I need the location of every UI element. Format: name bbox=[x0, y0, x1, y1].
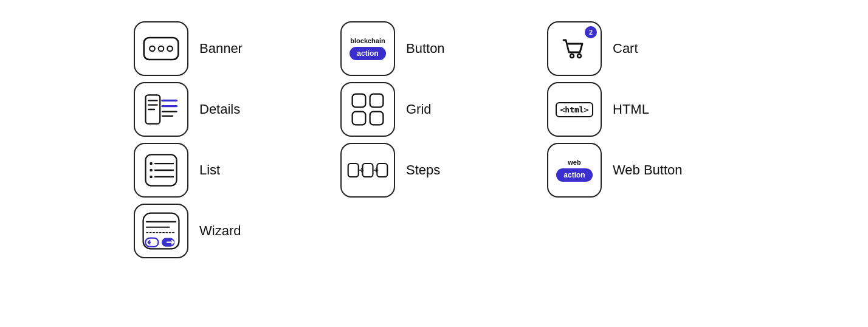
html-item[interactable]: <html> HTML bbox=[537, 79, 744, 140]
grid-item[interactable]: Grid bbox=[331, 79, 537, 140]
blockchain-text: blockchain bbox=[350, 37, 385, 44]
cart-label: Cart bbox=[613, 41, 638, 57]
svg-point-23 bbox=[150, 176, 153, 179]
grid-icon bbox=[340, 82, 395, 137]
webaction-pill: action bbox=[556, 168, 592, 182]
svg-point-4 bbox=[570, 54, 574, 58]
button-item[interactable]: blockchain action Button bbox=[331, 18, 537, 79]
svg-rect-14 bbox=[353, 94, 366, 108]
svg-rect-34 bbox=[145, 238, 158, 247]
list-item[interactable]: List bbox=[124, 140, 331, 201]
svg-rect-15 bbox=[370, 94, 384, 108]
webbutton-label: Web Button bbox=[613, 162, 683, 178]
svg-point-1 bbox=[150, 46, 155, 52]
svg-point-21 bbox=[150, 169, 153, 172]
wizard-icon bbox=[134, 204, 188, 258]
svg-rect-17 bbox=[370, 112, 384, 125]
svg-point-5 bbox=[577, 54, 581, 58]
html-icon: <html> bbox=[547, 82, 602, 137]
svg-rect-25 bbox=[348, 164, 359, 177]
list-icon bbox=[134, 143, 188, 198]
web-text: web bbox=[568, 159, 580, 166]
webbutton-item[interactable]: web action Web Button bbox=[537, 140, 744, 201]
component-grid: Banner blockchain action Button 2 Cart bbox=[124, 18, 744, 322]
steps-icon bbox=[340, 143, 395, 198]
steps-item[interactable]: Steps bbox=[331, 140, 537, 201]
button-label: Button bbox=[406, 41, 445, 57]
banner-item[interactable]: Banner bbox=[124, 18, 331, 79]
button-icon: blockchain action bbox=[340, 21, 395, 76]
action-pill: action bbox=[350, 47, 385, 60]
cart-icon: 2 bbox=[547, 21, 602, 76]
svg-point-19 bbox=[150, 162, 153, 165]
wizard-label: Wizard bbox=[199, 223, 241, 239]
webbutton-icon: web action bbox=[547, 143, 602, 198]
list-label: List bbox=[199, 162, 220, 178]
cart-item[interactable]: 2 Cart bbox=[537, 18, 744, 79]
details-icon bbox=[134, 82, 188, 137]
wizard-item[interactable]: Wizard bbox=[124, 201, 331, 261]
html-tag: <html> bbox=[556, 102, 594, 117]
svg-rect-16 bbox=[353, 112, 366, 125]
svg-rect-27 bbox=[363, 164, 373, 177]
grid-label: Grid bbox=[406, 102, 432, 117]
steps-label: Steps bbox=[406, 162, 440, 178]
banner-icon bbox=[134, 21, 188, 76]
svg-point-3 bbox=[167, 46, 173, 52]
svg-point-2 bbox=[159, 46, 164, 52]
banner-label: Banner bbox=[199, 41, 243, 57]
details-item[interactable]: Details bbox=[124, 79, 331, 140]
svg-rect-29 bbox=[377, 164, 387, 177]
details-label: Details bbox=[199, 102, 240, 117]
html-label: HTML bbox=[613, 102, 649, 117]
cart-badge: 2 bbox=[585, 26, 597, 38]
